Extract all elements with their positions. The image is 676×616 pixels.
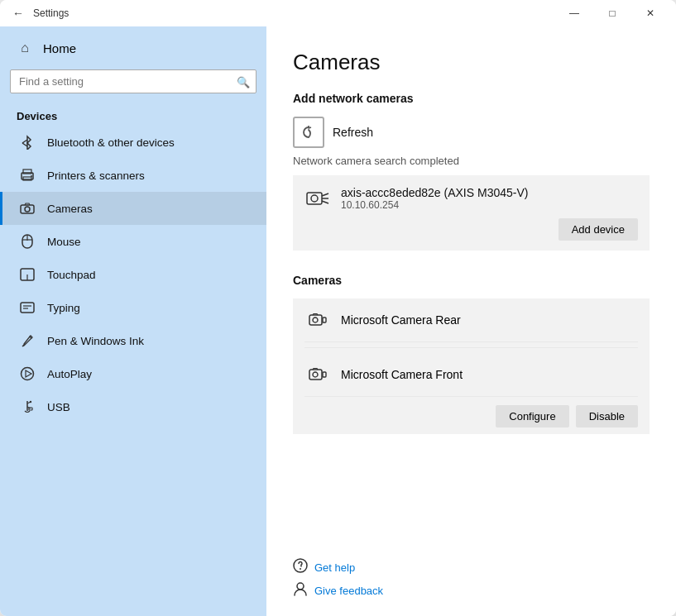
camera-list-item-rear[interactable]: Microsoft Camera Rear: [304, 298, 638, 342]
cameras-section-box: Microsoft Camera Rear Microsoft: [293, 298, 650, 434]
back-button[interactable]: ←: [7, 2, 30, 25]
svg-line-1: [22, 143, 27, 146]
refresh-row[interactable]: Refresh: [293, 117, 650, 148]
network-camera-ip: 10.10.60.254: [341, 199, 638, 211]
cameras-header: Cameras: [293, 274, 650, 287]
mouse-icon: [19, 233, 36, 250]
sidebar-item-cameras[interactable]: Cameras: [0, 192, 266, 225]
give-feedback-link[interactable]: Give feedback: [314, 585, 383, 597]
main-layout: ⌂ Home 🔍 Devices Bluetooth & o: [0, 26, 676, 616]
printer-icon: [19, 167, 36, 184]
svg-rect-30: [323, 318, 326, 322]
svg-rect-28: [309, 315, 322, 325]
get-help-link[interactable]: Get help: [314, 561, 355, 574]
page-title: Cameras: [293, 50, 650, 75]
sidebar-item-cameras-label: Cameras: [47, 203, 93, 215]
sidebar-item-pen-label: Pen & Windows Ink: [47, 335, 144, 347]
status-text: Network camera search completed: [293, 155, 650, 167]
sidebar-item-typing[interactable]: Typing: [0, 291, 266, 324]
camera-actions: Configure Disable: [304, 397, 638, 434]
window-controls: — □ ✕: [555, 0, 669, 26]
add-device-button[interactable]: Add device: [559, 218, 638, 241]
sidebar-item-usb-label: USB: [47, 401, 70, 413]
search-input[interactable]: [10, 69, 256, 93]
sidebar-home-item[interactable]: ⌂ Home: [0, 26, 266, 69]
sidebar-item-usb[interactable]: USB: [0, 390, 266, 423]
search-icon: 🔍: [237, 75, 250, 88]
cameras-section-inner: Microsoft Camera Rear Microsoft: [293, 298, 650, 434]
camera-rear-name: Microsoft Camera Rear: [341, 313, 461, 327]
sidebar-item-autoplay-label: AutoPlay: [47, 368, 92, 380]
sidebar-item-touchpad[interactable]: Touchpad: [0, 258, 266, 291]
svg-point-29: [313, 318, 318, 322]
sidebar-item-printers[interactable]: Printers & scanners: [0, 159, 266, 192]
camera-divider: [304, 347, 638, 348]
settings-window: ← Settings — □ ✕ ⌂ Home 🔍 Devices: [0, 0, 676, 616]
network-camera-card: axis-accc8eded82e (AXIS M3045-V) 10.10.6…: [293, 175, 650, 251]
sidebar-item-typing-label: Typing: [47, 302, 80, 314]
svg-point-35: [300, 568, 301, 570]
autoplay-icon: [19, 365, 36, 382]
svg-line-26: [322, 201, 328, 203]
refresh-icon: [293, 117, 324, 148]
sidebar-item-mouse[interactable]: Mouse: [0, 225, 266, 258]
content-area: Cameras Add network cameras Refresh Netw…: [266, 26, 676, 616]
add-network-cameras-header: Add network cameras: [293, 92, 650, 105]
sidebar-item-mouse-label: Mouse: [47, 236, 81, 248]
camera-list-item-front[interactable]: Microsoft Camera Front: [304, 353, 638, 397]
give-feedback-icon: [293, 581, 308, 599]
sidebar-item-bluetooth[interactable]: Bluetooth & other devices: [0, 126, 266, 159]
sidebar-item-printers-label: Printers & scanners: [47, 170, 145, 182]
svg-line-0: [22, 140, 27, 143]
svg-point-21: [30, 401, 31, 403]
svg-point-7: [25, 207, 30, 212]
maximize-button[interactable]: □: [593, 0, 631, 26]
camera-icon: [19, 200, 36, 217]
configure-button[interactable]: Configure: [496, 405, 568, 427]
sidebar: ⌂ Home 🔍 Devices Bluetooth & o: [0, 26, 266, 616]
svg-rect-13: [21, 303, 34, 313]
disable-button[interactable]: Disable: [576, 405, 638, 427]
svg-point-32: [313, 372, 318, 377]
sidebar-item-bluetooth-label: Bluetooth & other devices: [47, 136, 175, 149]
network-camera-details: axis-accc8eded82e (AXIS M3045-V) 10.10.6…: [341, 186, 638, 211]
pen-icon: [19, 332, 36, 349]
titlebar: ← Settings — □ ✕: [0, 0, 676, 26]
svg-point-34: [294, 559, 307, 572]
network-camera-info: axis-accc8eded82e (AXIS M3045-V) 10.10.6…: [304, 185, 638, 212]
camera-front-icon: [304, 361, 331, 388]
footer-links: Get help Give feedback: [293, 542, 650, 599]
svg-marker-17: [26, 370, 31, 377]
home-icon: ⌂: [17, 40, 33, 56]
camera-front-name: Microsoft Camera Front: [341, 368, 463, 381]
get-help-icon: [293, 558, 308, 576]
svg-rect-33: [323, 372, 326, 377]
refresh-label: Refresh: [333, 126, 373, 139]
sidebar-item-pen[interactable]: Pen & Windows Ink: [0, 324, 266, 357]
home-label: Home: [43, 41, 76, 55]
usb-icon: [19, 399, 36, 415]
give-feedback-row[interactable]: Give feedback: [293, 581, 650, 599]
svg-rect-23: [307, 193, 322, 204]
typing-icon: [19, 299, 36, 316]
sidebar-item-autoplay[interactable]: AutoPlay: [0, 357, 266, 390]
close-button[interactable]: ✕: [631, 0, 669, 26]
sidebar-section-title: Devices: [0, 103, 266, 126]
minimize-button[interactable]: —: [555, 0, 593, 26]
camera-rear-icon: [304, 307, 331, 333]
svg-rect-22: [29, 408, 32, 410]
sidebar-item-touchpad-label: Touchpad: [47, 269, 96, 281]
search-container: 🔍: [10, 69, 256, 93]
titlebar-title: Settings: [30, 7, 555, 19]
svg-point-36: [297, 583, 304, 590]
network-camera-icon: [304, 185, 331, 212]
svg-line-25: [322, 193, 328, 196]
touchpad-icon: [19, 266, 36, 283]
get-help-row[interactable]: Get help: [293, 558, 650, 576]
bluetooth-icon: [19, 134, 36, 150]
svg-rect-31: [309, 370, 322, 380]
svg-point-5: [31, 175, 32, 177]
svg-point-24: [311, 195, 318, 202]
network-camera-name: axis-accc8eded82e (AXIS M3045-V): [341, 186, 638, 199]
